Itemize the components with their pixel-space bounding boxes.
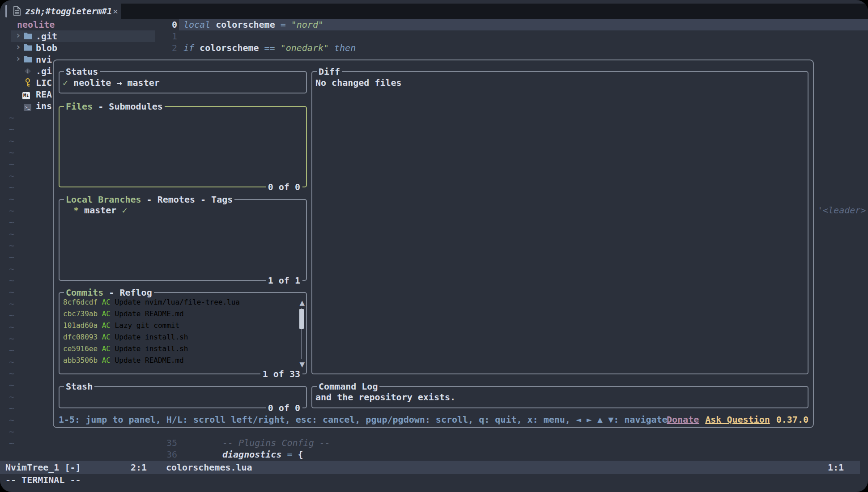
statusline-buffer: NvimTree_1 [-]: [5, 462, 81, 473]
command-log-content: and the repository exists.: [315, 391, 455, 403]
diff-content: No changed files: [315, 77, 402, 89]
stash-panel[interactable]: Stash 0 of 0: [59, 386, 307, 408]
key-icon: [24, 78, 32, 89]
code-line-0: localcolorscheme="nord": [183, 19, 323, 30]
statusline-tree-position: 2:1: [131, 462, 147, 473]
donate-link[interactable]: Donate: [667, 414, 699, 425]
line-number: 2: [161, 42, 177, 54]
tab-close-icon[interactable]: ×: [113, 5, 118, 17]
commit-row[interactable]: ce5916ee AC Update install.sh: [63, 344, 188, 356]
files-panel[interactable]: Files - Submodules 0 of 0: [59, 106, 307, 187]
stash-panel-title: Stash: [64, 381, 94, 392]
tree-item-label: ins: [36, 100, 52, 112]
commit-row[interactable]: 101ad60a AC Lazy git commit: [63, 321, 179, 333]
tab-label: zsh;#toggleterm#1: [25, 5, 112, 17]
diff-panel[interactable]: Diff No changed files: [311, 71, 808, 374]
arrow-right-icon: →: [116, 77, 122, 88]
statusline: NvimTree_1 [-] 2:1 colorschemes.lua 1:1: [0, 461, 860, 474]
branches-count: 1 of 1: [266, 275, 302, 286]
tree-item-label: nvi: [36, 54, 52, 65]
terminal-window: zsh;#toggleterm#1 × neolite › .git › blo…: [0, 0, 868, 492]
file-icon: [13, 6, 21, 17]
code-line-2: ifcolorscheme=="onedark"then: [183, 42, 356, 54]
tree-item-label: .git: [36, 30, 57, 42]
leader-key-hint: '<leader>: [817, 204, 866, 216]
tabline-fill: [121, 4, 868, 19]
tree-item-git[interactable]: › .git: [0, 30, 155, 42]
commit-row[interactable]: 8cf6dcdf AC Update nvim/lua/file-tree.lu…: [63, 298, 240, 310]
commits-count: 1 of 33: [260, 368, 302, 380]
tree-item-label: blob: [36, 42, 57, 54]
commits-panel-title: Commits - Reflog: [64, 287, 154, 298]
statusline-cursor-position: 1:1: [828, 462, 844, 473]
ask-question-link[interactable]: Ask Question: [705, 414, 770, 425]
tree-item-label: .gi: [36, 65, 52, 77]
version-label: 0.37.0: [776, 414, 808, 425]
status-panel[interactable]: Status ✓ neolite → master: [59, 71, 307, 93]
check-icon: ✓: [122, 205, 127, 216]
commit-row[interactable]: dfc08093 AC Update install.sh: [63, 333, 188, 344]
chevron-right-icon: ›: [15, 30, 21, 41]
branches-panel-title: Local Branches - Remotes - Tags: [64, 194, 234, 205]
stash-count: 0 of 0: [266, 402, 302, 414]
scroll-down-icon[interactable]: ▼: [299, 361, 305, 368]
git-icon: [24, 67, 32, 77]
line-number: 0: [161, 19, 177, 30]
folder-icon: [24, 55, 33, 64]
chevron-right-icon: ›: [15, 41, 21, 53]
files-count: 0 of 0: [266, 181, 302, 193]
branches-panel[interactable]: Local Branches - Remotes - Tags * master…: [59, 199, 307, 281]
chevron-right-icon: ›: [15, 53, 21, 64]
markdown-icon: M↓: [22, 90, 30, 99]
line-number: 35: [161, 437, 177, 449]
status-panel-title: Status: [64, 66, 100, 77]
tree-item-blob[interactable]: › blob: [0, 42, 155, 54]
command-log-title: Command Log: [317, 381, 379, 392]
folder-icon: [24, 43, 33, 53]
code-line-35: -- Plugins Config --: [222, 437, 330, 449]
scroll-up-icon[interactable]: ▲: [299, 299, 305, 306]
diff-panel-title: Diff: [317, 66, 342, 77]
command-log-panel[interactable]: Command Log and the repository exists.: [311, 386, 808, 408]
terminal-icon: >_: [24, 102, 31, 111]
mode-indicator: -- TERMINAL --: [5, 474, 81, 486]
status-content: ✓ neolite → master: [63, 77, 160, 89]
folder-icon: [24, 32, 33, 41]
tree-root-label: neolite: [17, 19, 55, 30]
tree-item-label: REA: [36, 89, 52, 100]
line-number: 36: [161, 449, 177, 460]
scrollbar-thumb[interactable]: [299, 309, 304, 329]
code-line-36: diagnostics={: [222, 449, 303, 460]
commit-row[interactable]: abb3506b AC Update README.md: [63, 356, 184, 368]
files-panel-title: Files - Submodules: [64, 101, 165, 112]
commit-row[interactable]: cbc739ab AC Update README.md: [63, 310, 184, 321]
tab-toggleterm[interactable]: zsh;#toggleterm#1 ×: [0, 4, 121, 19]
branch-row[interactable]: * master ✓: [73, 204, 127, 216]
tree-item-label: LIC: [36, 77, 52, 89]
line-number: 1: [161, 30, 177, 42]
commits-panel[interactable]: Commits - Reflog 8cf6dcdf AC Update nvim…: [59, 292, 307, 374]
check-icon: ✓: [63, 77, 68, 88]
statusline-filename: colorschemes.lua: [166, 462, 252, 473]
